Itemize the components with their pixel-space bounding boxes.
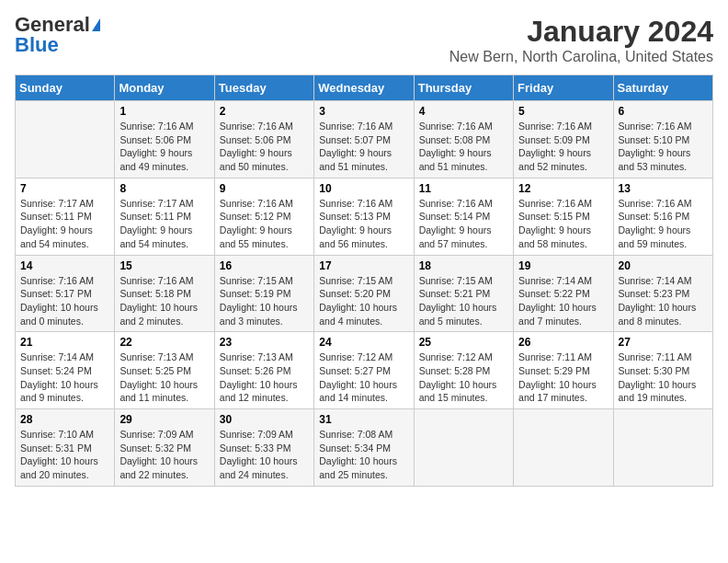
calendar-cell: 30Sunrise: 7:09 AM Sunset: 5:33 PM Dayli…: [214, 409, 313, 487]
logo-text-blue: Blue: [15, 35, 59, 55]
calendar-cell: 31Sunrise: 7:08 AM Sunset: 5:34 PM Dayli…: [314, 409, 414, 487]
calendar-week-4: 21Sunrise: 7:14 AM Sunset: 5:24 PM Dayli…: [16, 332, 713, 409]
calendar-cell: 20Sunrise: 7:14 AM Sunset: 5:23 PM Dayli…: [613, 255, 712, 332]
calendar-cell: 29Sunrise: 7:09 AM Sunset: 5:32 PM Dayli…: [115, 409, 214, 487]
day-number: 18: [419, 259, 508, 272]
day-number: 21: [20, 336, 109, 349]
day-number: 8: [119, 182, 209, 195]
logo-text-general: General: [15, 15, 90, 35]
day-number: 1: [119, 105, 209, 118]
calendar-cell: [613, 409, 712, 487]
day-number: 31: [319, 413, 408, 426]
day-info: Sunrise: 7:12 AM Sunset: 5:27 PM Dayligh…: [319, 350, 408, 405]
day-number: 29: [119, 413, 209, 426]
day-info: Sunrise: 7:16 AM Sunset: 5:14 PM Dayligh…: [419, 197, 508, 251]
calendar-week-2: 7Sunrise: 7:17 AM Sunset: 5:11 PM Daylig…: [16, 178, 713, 255]
calendar-cell: [414, 409, 513, 487]
day-number: 4: [419, 105, 508, 118]
calendar-cell: 15Sunrise: 7:16 AM Sunset: 5:18 PM Dayli…: [115, 255, 214, 332]
calendar-cell: 10Sunrise: 7:16 AM Sunset: 5:13 PM Dayli…: [314, 178, 414, 255]
day-number: 16: [220, 259, 309, 272]
calendar-cell: 23Sunrise: 7:13 AM Sunset: 5:26 PM Dayli…: [214, 332, 313, 409]
calendar-week-3: 14Sunrise: 7:16 AM Sunset: 5:17 PM Dayli…: [16, 255, 713, 332]
day-info: Sunrise: 7:17 AM Sunset: 5:11 PM Dayligh…: [20, 197, 109, 251]
day-info: Sunrise: 7:16 AM Sunset: 5:09 PM Dayligh…: [518, 120, 608, 174]
day-info: Sunrise: 7:16 AM Sunset: 5:16 PM Dayligh…: [619, 197, 708, 251]
calendar-header-row: SundayMondayTuesdayWednesdayThursdayFrid…: [16, 75, 713, 101]
calendar-cell: 5Sunrise: 7:16 AM Sunset: 5:09 PM Daylig…: [514, 101, 613, 178]
day-info: Sunrise: 7:17 AM Sunset: 5:11 PM Dayligh…: [119, 197, 209, 251]
column-header-monday: Monday: [115, 75, 214, 101]
day-info: Sunrise: 7:16 AM Sunset: 5:15 PM Dayligh…: [518, 197, 608, 251]
day-number: 27: [619, 336, 708, 349]
day-number: 28: [20, 413, 109, 426]
column-header-tuesday: Tuesday: [214, 75, 313, 101]
calendar-cell: 14Sunrise: 7:16 AM Sunset: 5:17 PM Dayli…: [16, 255, 115, 332]
page-subtitle: New Bern, North Carolina, United States: [449, 49, 713, 65]
day-number: 5: [518, 105, 608, 118]
day-number: 9: [220, 182, 309, 195]
day-info: Sunrise: 7:14 AM Sunset: 5:23 PM Dayligh…: [619, 274, 708, 328]
calendar-cell: 16Sunrise: 7:15 AM Sunset: 5:19 PM Dayli…: [214, 255, 313, 332]
calendar-cell: 13Sunrise: 7:16 AM Sunset: 5:16 PM Dayli…: [613, 178, 712, 255]
day-number: 2: [220, 105, 309, 118]
day-info: Sunrise: 7:09 AM Sunset: 5:32 PM Dayligh…: [119, 428, 209, 482]
day-info: Sunrise: 7:16 AM Sunset: 5:17 PM Dayligh…: [20, 274, 109, 328]
calendar-cell: 7Sunrise: 7:17 AM Sunset: 5:11 PM Daylig…: [16, 178, 115, 255]
day-info: Sunrise: 7:14 AM Sunset: 5:22 PM Dayligh…: [518, 274, 608, 328]
calendar-cell: 11Sunrise: 7:16 AM Sunset: 5:14 PM Dayli…: [414, 178, 513, 255]
day-info: Sunrise: 7:16 AM Sunset: 5:06 PM Dayligh…: [220, 120, 309, 174]
day-number: 22: [119, 336, 209, 349]
page-title: January 2024: [449, 15, 713, 49]
day-info: Sunrise: 7:10 AM Sunset: 5:31 PM Dayligh…: [20, 428, 109, 482]
calendar-cell: 2Sunrise: 7:16 AM Sunset: 5:06 PM Daylig…: [214, 101, 313, 178]
calendar-cell: 19Sunrise: 7:14 AM Sunset: 5:22 PM Dayli…: [514, 255, 613, 332]
day-number: 3: [319, 105, 408, 118]
calendar-week-5: 28Sunrise: 7:10 AM Sunset: 5:31 PM Dayli…: [16, 409, 713, 487]
day-info: Sunrise: 7:16 AM Sunset: 5:08 PM Dayligh…: [419, 120, 508, 174]
day-info: Sunrise: 7:16 AM Sunset: 5:06 PM Dayligh…: [119, 120, 209, 174]
day-info: Sunrise: 7:16 AM Sunset: 5:18 PM Dayligh…: [119, 274, 209, 328]
day-info: Sunrise: 7:16 AM Sunset: 5:07 PM Dayligh…: [319, 120, 408, 174]
calendar-cell: 26Sunrise: 7:11 AM Sunset: 5:29 PM Dayli…: [514, 332, 613, 409]
calendar-cell: 6Sunrise: 7:16 AM Sunset: 5:10 PM Daylig…: [613, 101, 712, 178]
calendar-cell: 28Sunrise: 7:10 AM Sunset: 5:31 PM Dayli…: [16, 409, 115, 487]
calendar-cell: 18Sunrise: 7:15 AM Sunset: 5:21 PM Dayli…: [414, 255, 513, 332]
day-number: 11: [419, 182, 508, 195]
calendar-cell: 9Sunrise: 7:16 AM Sunset: 5:12 PM Daylig…: [214, 178, 313, 255]
day-number: 14: [20, 259, 109, 272]
day-number: 17: [319, 259, 408, 272]
calendar-cell: 8Sunrise: 7:17 AM Sunset: 5:11 PM Daylig…: [115, 178, 214, 255]
day-number: 15: [119, 259, 209, 272]
day-info: Sunrise: 7:15 AM Sunset: 5:20 PM Dayligh…: [319, 274, 408, 328]
day-info: Sunrise: 7:12 AM Sunset: 5:28 PM Dayligh…: [419, 350, 508, 405]
calendar-cell: 25Sunrise: 7:12 AM Sunset: 5:28 PM Dayli…: [414, 332, 513, 409]
day-info: Sunrise: 7:15 AM Sunset: 5:19 PM Dayligh…: [220, 274, 309, 328]
day-number: 10: [319, 182, 408, 195]
logo-triangle-icon: [92, 18, 100, 31]
day-number: 13: [619, 182, 708, 195]
day-number: 6: [619, 105, 708, 118]
day-number: 12: [518, 182, 608, 195]
day-info: Sunrise: 7:11 AM Sunset: 5:29 PM Dayligh…: [518, 350, 608, 405]
day-info: Sunrise: 7:16 AM Sunset: 5:12 PM Dayligh…: [220, 197, 309, 251]
calendar-cell: 27Sunrise: 7:11 AM Sunset: 5:30 PM Dayli…: [613, 332, 712, 409]
calendar-week-1: 1Sunrise: 7:16 AM Sunset: 5:06 PM Daylig…: [16, 101, 713, 178]
day-info: Sunrise: 7:16 AM Sunset: 5:13 PM Dayligh…: [319, 197, 408, 251]
day-info: Sunrise: 7:13 AM Sunset: 5:26 PM Dayligh…: [220, 350, 309, 405]
day-info: Sunrise: 7:13 AM Sunset: 5:25 PM Dayligh…: [119, 350, 209, 405]
calendar-cell: 21Sunrise: 7:14 AM Sunset: 5:24 PM Dayli…: [16, 332, 115, 409]
page-header: General Blue January 2024 New Bern, Nort…: [15, 15, 713, 65]
day-number: 25: [419, 336, 508, 349]
day-number: 24: [319, 336, 408, 349]
column-header-saturday: Saturday: [613, 75, 712, 101]
calendar-cell: 22Sunrise: 7:13 AM Sunset: 5:25 PM Dayli…: [115, 332, 214, 409]
column-header-friday: Friday: [514, 75, 613, 101]
column-header-wednesday: Wednesday: [314, 75, 414, 101]
logo: General Blue: [15, 15, 100, 55]
day-info: Sunrise: 7:14 AM Sunset: 5:24 PM Dayligh…: [20, 350, 109, 405]
day-info: Sunrise: 7:16 AM Sunset: 5:10 PM Dayligh…: [619, 120, 708, 174]
day-number: 7: [20, 182, 109, 195]
day-number: 26: [518, 336, 608, 349]
column-header-thursday: Thursday: [414, 75, 513, 101]
